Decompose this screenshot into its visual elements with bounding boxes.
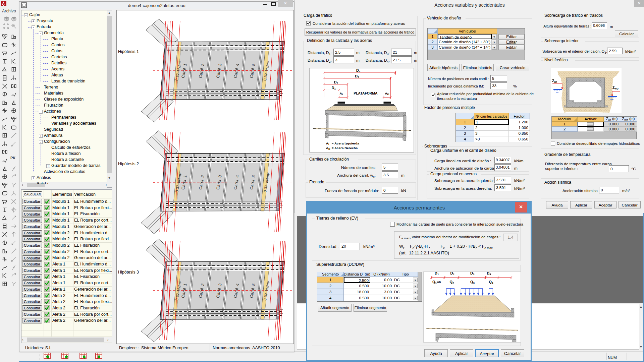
svg-text:Q2: Q2 (450, 280, 454, 285)
svg-text:= Acera Izquierda: = Acera Izquierda (332, 141, 359, 145)
svg-text:=0: =0 (437, 280, 441, 284)
svg-text:AI: AI (326, 141, 329, 146)
svg-text:D4: D4 (487, 272, 491, 276)
svg-text:ZWD: ZWD (612, 86, 619, 90)
svg-text:AI: AI (340, 92, 343, 96)
svg-text:= Acera Derecha: = Acera Derecha (332, 146, 358, 150)
svg-text:D4: D4 (356, 68, 361, 73)
svg-text:D1: D1 (332, 86, 336, 90)
svg-text:D3: D3 (470, 272, 475, 276)
svg-text:D3: D3 (355, 74, 359, 79)
svg-text:D2: D2 (450, 272, 455, 276)
svg-text:AD: AD (385, 92, 389, 96)
svg-text:PLATAFORMA: PLATAFORMA (354, 92, 378, 95)
svg-text:Q4: Q4 (489, 280, 493, 285)
svg-text:AD: AD (326, 146, 330, 150)
svg-text:Q3: Q3 (470, 280, 475, 285)
svg-text:D2: D2 (334, 80, 338, 85)
svg-text:Q1: Q1 (432, 280, 437, 285)
svg-text:D1: D1 (435, 272, 439, 276)
svg-text:ZWI: ZWI (552, 79, 557, 83)
